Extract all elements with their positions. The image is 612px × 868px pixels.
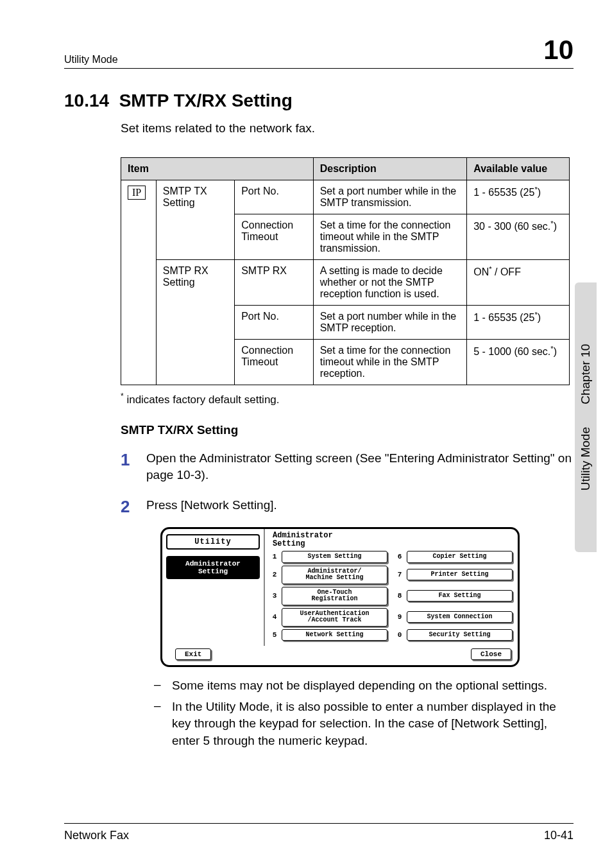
panel-utility-button[interactable]: Utility <box>166 534 260 550</box>
side-tab: Utility Mode Chapter 10 <box>575 282 597 552</box>
row-port-rx-desc: Set a port number while in the SMTP rece… <box>313 306 467 340</box>
btn-system-setting[interactable]: System Setting <box>282 551 387 563</box>
step-2-notes: –Some items may not be displayed dependi… <box>154 677 574 749</box>
settings-table: Item Description Available value IP SMTP… <box>121 157 570 385</box>
row-port-tx: Port No. <box>235 180 314 214</box>
footer-left: Network Fax <box>64 829 129 842</box>
row-port-rx: Port No. <box>235 306 314 340</box>
step-1-text: Open the Administrator Setting screen (S… <box>146 450 574 484</box>
btn-copier-setting[interactable]: Copier Setting <box>407 551 513 563</box>
row-port-tx-desc: Set a port number while in the SMTP tran… <box>313 180 467 214</box>
section-heading: 10.14 SMTP TX/RX Setting <box>64 91 574 111</box>
page-header: Utility Mode 10 <box>64 35 574 69</box>
btn-admin-machine[interactable]: Administrator/ Machine Setting <box>282 566 387 584</box>
footnote: * indicates factory default setting. <box>121 392 574 406</box>
btn-close[interactable]: Close <box>471 648 511 660</box>
btn-fax-setting[interactable]: Fax Setting <box>407 590 513 602</box>
group-smtp-rx: SMTP RX Setting <box>156 260 234 385</box>
btn-security-setting[interactable]: Security Setting <box>407 629 513 641</box>
row-conn-tx-desc: Set a time for the connection timeout wh… <box>313 214 467 260</box>
procedure-heading: SMTP TX/RX Setting <box>121 423 574 437</box>
th-description: Description <box>313 158 467 180</box>
page-footer: Network Fax 10-41 <box>64 823 574 842</box>
row-conn-tx: Connection Timeout <box>235 214 314 260</box>
row-conn-rx-desc: Set a time for the connection timeout wh… <box>313 340 467 385</box>
row-port-tx-avail: 1 - 65535 (25*) <box>467 180 570 214</box>
ip-tag: IP <box>128 186 146 200</box>
step-2-number: 2 <box>121 497 146 517</box>
row-smtp-rx-desc: A setting is made to decide whether or n… <box>313 260 467 306</box>
screenshot-admin-setting: Utility Administrator Setting Administra… <box>160 527 574 667</box>
btn-network-setting[interactable]: Network Setting <box>282 629 387 641</box>
note-2: In the Utility Mode, it is also possible… <box>172 699 574 750</box>
step-1: 1 Open the Administrator Setting screen … <box>121 450 574 484</box>
btn-user-auth[interactable]: UserAuthentication /Account Track <box>282 608 387 627</box>
row-conn-rx: Connection Timeout <box>235 340 314 385</box>
row-conn-tx-avail: 30 - 300 (60 sec.*) <box>467 214 570 260</box>
btn-exit[interactable]: Exit <box>175 648 211 660</box>
th-available: Available value <box>467 158 570 180</box>
panel-admin-tab[interactable]: Administrator Setting <box>166 556 260 579</box>
row-smtp-rx-avail: ON* / OFF <box>467 260 570 306</box>
panel-right-title: Administrator Setting <box>273 532 513 548</box>
header-section: Utility Mode <box>64 54 118 65</box>
group-smtp-tx: SMTP TX Setting <box>156 180 234 260</box>
th-item: Item <box>121 158 314 180</box>
btn-system-connection[interactable]: System Connection <box>407 611 513 623</box>
step-1-number: 1 <box>121 450 146 470</box>
side-tab-chapter: Chapter 10 <box>579 344 592 404</box>
section-title: SMTP TX/RX Setting <box>119 91 293 110</box>
step-2: 2 Press [Network Setting]. <box>121 497 574 517</box>
step-2-text: Press [Network Setting]. <box>146 497 574 514</box>
footer-page: 10-41 <box>544 829 574 842</box>
row-conn-rx-avail: 5 - 1000 (60 sec.*) <box>467 340 570 385</box>
row-port-rx-avail: 1 - 65535 (25*) <box>467 306 570 340</box>
header-chapter-number: 10 <box>543 35 574 65</box>
intro-text: Set items related to the network fax. <box>121 121 574 135</box>
btn-one-touch[interactable]: One-Touch Registration <box>282 587 387 605</box>
row-smtp-rx: SMTP RX <box>235 260 314 306</box>
section-number: 10.14 <box>64 91 109 110</box>
btn-printer-setting[interactable]: Printer Setting <box>407 569 513 581</box>
side-tab-util: Utility Mode <box>579 427 592 490</box>
note-1: Some items may not be displayed dependin… <box>172 677 574 695</box>
